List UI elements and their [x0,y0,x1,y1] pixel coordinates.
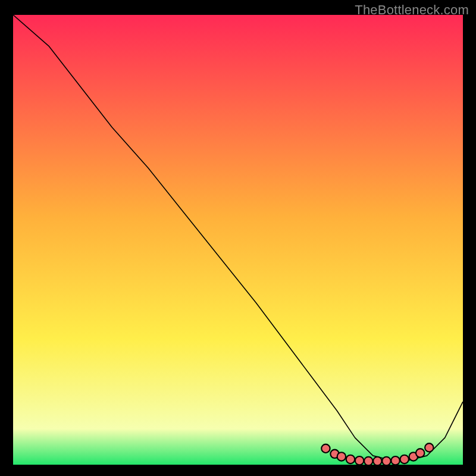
sweet-spot-marker [364,457,372,465]
sweet-spot-marker [346,455,355,464]
chart-frame: TheBottleneck.com [0,0,476,476]
sweet-spot-marker [373,457,381,465]
sweet-spot-marker [391,456,399,465]
bottleneck-chart [13,15,463,465]
sweet-spot-marker [321,444,330,453]
sweet-spot-marker [400,455,409,464]
sweet-spot-marker [337,452,346,461]
sweet-spot-marker [425,443,433,452]
sweet-spot-marker [355,456,364,465]
heat-background [13,15,463,465]
sweet-spot-marker [382,457,390,465]
watermark-text: TheBottleneck.com [355,2,469,18]
sweet-spot-marker [416,449,424,457]
